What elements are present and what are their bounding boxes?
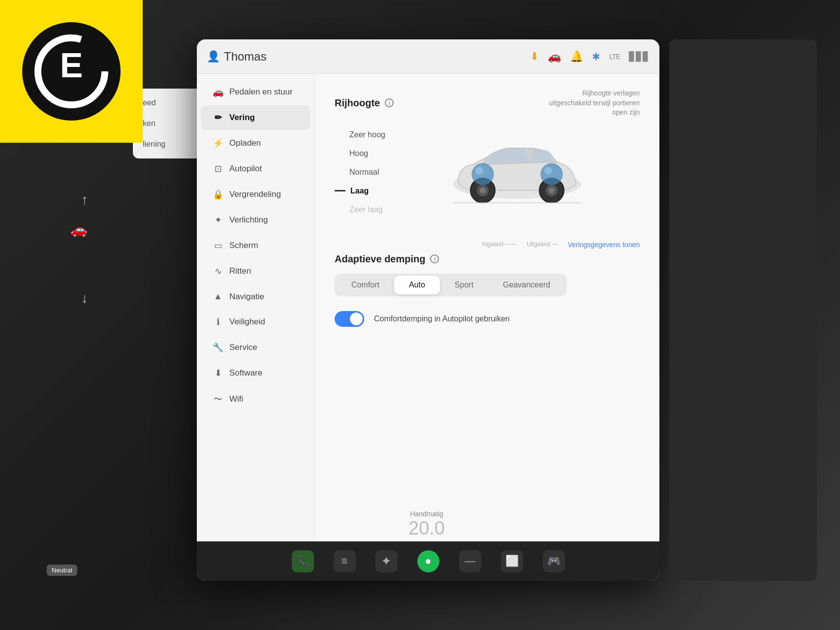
sidebar: 🚗 Pedalen en stuur ✏ Vering ⚡ Opladen ⊡ … bbox=[197, 74, 315, 541]
sidebar-item-scherm[interactable]: ▭ Scherm bbox=[201, 233, 311, 258]
sidebar-label-scherm: Scherm bbox=[229, 241, 258, 251]
sidebar-item-vering[interactable]: ✏ Vering bbox=[201, 105, 311, 130]
ingaand-label: Ingaand —— bbox=[482, 241, 517, 249]
speed-value: 20.0 bbox=[408, 518, 445, 539]
rijhoogte-header: Rijhoogte i Rijhoogte verlagen uitgescha… bbox=[335, 89, 640, 118]
sidebar-label-pedalen: Pedalen en stuur bbox=[229, 87, 293, 97]
sidebar-item-ritten[interactable]: ∿ Ritten bbox=[201, 259, 311, 284]
normaal-indicator bbox=[335, 171, 344, 173]
rijhoogte-info-icon[interactable]: i bbox=[385, 98, 394, 107]
navigatie-icon: ▲ bbox=[213, 291, 223, 302]
height-option-laag[interactable]: Laag bbox=[335, 184, 385, 198]
sidebar-label-autopilot: Autopilot bbox=[229, 164, 262, 174]
height-option-zeer-laag[interactable]: Zeer laag bbox=[335, 202, 385, 217]
spotify-icon[interactable]: ● bbox=[417, 550, 439, 572]
svg-point-11 bbox=[472, 163, 494, 185]
sidebar-label-verlichting: Verlichting bbox=[229, 215, 268, 225]
fan-icon[interactable]: ✦ bbox=[375, 550, 398, 572]
main-content: 🚗 Pedalen en stuur ✏ Vering ⚡ Opladen ⊡ … bbox=[197, 74, 659, 541]
damping-option-geavanceerd[interactable]: Geavanceerd bbox=[488, 276, 565, 294]
dash-icon[interactable]: — bbox=[459, 550, 481, 572]
scroll-up-arrow[interactable]: ↑ bbox=[81, 192, 88, 208]
height-container: Zeer hoog Hoog Normaal Laag bbox=[335, 127, 640, 226]
veiligheid-icon: ℹ bbox=[213, 316, 223, 327]
damping-option-comfort[interactable]: Comfort bbox=[337, 276, 394, 294]
scherm-icon: ▭ bbox=[213, 240, 223, 251]
sidebar-item-wifi[interactable]: 〜 Wifi bbox=[201, 386, 311, 412]
opladen-icon: ⚡ bbox=[213, 138, 223, 149]
normaal-label: Normaal bbox=[349, 168, 379, 177]
vering-icon: ✏ bbox=[213, 112, 223, 123]
dark-right-panel bbox=[669, 39, 817, 581]
user-icon: 👤 bbox=[207, 50, 220, 63]
sidebar-label-veiligheid: Veiligheid bbox=[229, 317, 265, 327]
logo-icon: E bbox=[32, 32, 111, 111]
svg-point-7 bbox=[544, 167, 552, 175]
phone-icon[interactable]: 📞 bbox=[292, 550, 314, 572]
hoog-label: Hoog bbox=[349, 149, 368, 158]
game-icon[interactable]: 🎮 bbox=[543, 550, 565, 572]
sidebar-item-vergrendeling[interactable]: 🔒 Vergrendeling bbox=[201, 182, 311, 207]
sidebar-label-wifi: Wifi bbox=[229, 394, 243, 404]
sidebar-label-vering: Vering bbox=[229, 113, 255, 123]
bell-icon: 🔔 bbox=[570, 50, 583, 63]
scroll-down-arrow[interactable]: ↓ bbox=[81, 290, 88, 306]
logo-circle: E bbox=[22, 22, 121, 121]
svg-text:E: E bbox=[60, 46, 83, 85]
sidebar-label-software: Software bbox=[229, 368, 262, 378]
damping-option-sport[interactable]: Sport bbox=[440, 276, 488, 294]
verlichting-icon: ✦ bbox=[213, 215, 223, 225]
bottom-bar: 📞 ≡ ✦ ● — ⬜ 🎮 bbox=[197, 541, 659, 581]
neutral-badge: Neutral bbox=[47, 565, 77, 576]
height-option-zeer-hoog[interactable]: Zeer hoog bbox=[335, 127, 385, 142]
veringsgegevens-link[interactable]: Veringsgegevens tonen bbox=[568, 241, 640, 249]
damping-info-icon[interactable]: i bbox=[430, 254, 439, 263]
toggle-label: Comfortdemping in Autopilot gebruiken bbox=[374, 315, 510, 323]
sidebar-label-opladen: Opladen bbox=[229, 138, 261, 148]
height-options: Zeer hoog Hoog Normaal Laag bbox=[335, 127, 385, 226]
comfort-autopilot-toggle[interactable] bbox=[335, 311, 364, 327]
laag-indicator bbox=[335, 190, 345, 191]
software-icon: ⬇ bbox=[213, 368, 223, 378]
damping-options: Comfort Auto Sport Geavanceerd bbox=[335, 274, 567, 296]
sidebar-item-veiligheid[interactable]: ℹ Veiligheid bbox=[201, 310, 311, 334]
toggle-section: Comfortdemping in Autopilot gebruiken bbox=[335, 311, 640, 327]
sidebar-label-navigatie: Navigatie bbox=[229, 292, 264, 302]
user-display: 👤 Thomas bbox=[207, 50, 267, 63]
sidebar-label-vergrendeling: Vergrendeling bbox=[229, 189, 281, 199]
handmatig-display: Handmatig 20.0 bbox=[408, 510, 445, 539]
damping-option-auto[interactable]: Auto bbox=[394, 276, 440, 294]
sidebar-item-navigatie[interactable]: ▲ Navigatie bbox=[201, 284, 311, 309]
height-option-hoog[interactable]: Hoog bbox=[335, 146, 385, 161]
wifi-icon: 〜 bbox=[213, 393, 223, 405]
autopilot-icon: ⊡ bbox=[213, 163, 223, 174]
sidebar-item-verlichting[interactable]: ✦ Verlichting bbox=[201, 208, 311, 232]
logo-badge: E bbox=[0, 0, 143, 143]
bluetooth-icon: ✱ bbox=[592, 51, 600, 63]
zeer-laag-indicator bbox=[335, 209, 344, 210]
sidebar-item-opladen[interactable]: ⚡ Opladen bbox=[201, 131, 311, 156]
sidebar-item-service[interactable]: 🔧 Service bbox=[201, 335, 311, 360]
damping-section: Adaptieve demping i Comfort Auto Sport G… bbox=[335, 253, 640, 296]
svg-point-12 bbox=[475, 167, 483, 175]
rijhoogte-title: Rijhoogte bbox=[335, 97, 380, 109]
sidebar-label-ritten: Ritten bbox=[229, 266, 251, 276]
height-option-normaal[interactable]: Normaal bbox=[335, 165, 385, 180]
screen-icon[interactable]: ⬜ bbox=[501, 550, 523, 572]
sidebar-item-software[interactable]: ⬇ Software bbox=[201, 361, 311, 385]
car-visualization bbox=[395, 127, 640, 226]
uitgaand-label: Uitgaand — bbox=[527, 241, 558, 249]
service-icon: 🔧 bbox=[213, 342, 223, 353]
damping-title: Adaptieve demping bbox=[335, 253, 425, 265]
damping-header: Adaptieve demping i bbox=[335, 253, 640, 265]
svg-point-10 bbox=[480, 188, 486, 193]
status-icons: ⬇ 🚗 🔔 ✱ LTE ▊▊▊ bbox=[530, 50, 650, 63]
zeer-laag-label: Zeer laag bbox=[349, 205, 383, 214]
menu-icon[interactable]: ≡ bbox=[334, 550, 356, 572]
sidebar-item-pedalen[interactable]: 🚗 Pedalen en stuur bbox=[201, 80, 311, 104]
car-nav-icon: 🚗 bbox=[70, 221, 88, 238]
tesla-screen: 👤 Thomas ⬇ 🚗 🔔 ✱ LTE ▊▊▊ 🚗 Pedalen en st… bbox=[197, 39, 659, 581]
sidebar-item-autopilot[interactable]: ⊡ Autopilot bbox=[201, 157, 311, 181]
ritten-icon: ∿ bbox=[213, 266, 223, 277]
zeer-hoog-indicator bbox=[335, 134, 344, 135]
